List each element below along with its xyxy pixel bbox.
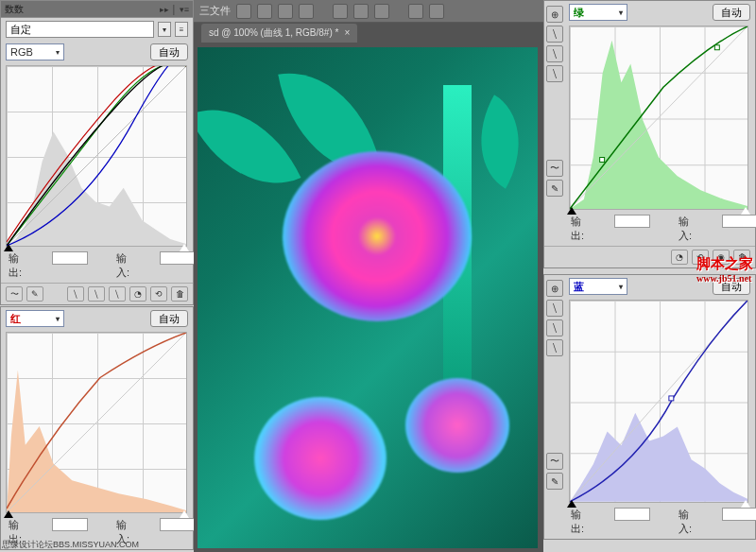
panel-menu-icon[interactable]: ▸▸ │ ▾≡	[160, 5, 189, 14]
preset-input[interactable]	[6, 21, 154, 38]
pencil-tool-icon[interactable]: ✎	[26, 286, 43, 302]
channel-select[interactable]: RGB▾	[6, 43, 64, 60]
align-icon[interactable]	[299, 4, 314, 19]
reset-icon[interactable]: ⟲	[150, 286, 167, 302]
eyedropper-icon[interactable]: ⧹	[546, 26, 563, 43]
svg-rect-6	[669, 396, 674, 401]
eyedropper-icon[interactable]: ⧹	[546, 300, 563, 317]
auto-button[interactable]: 自动	[150, 310, 188, 327]
input-field[interactable]	[722, 215, 756, 228]
curves-panel-blue: 蓝▾ 自动 ⊕ ⧹ ⧹ ⧹ 〜 ✎ 输出: 输入:	[543, 274, 756, 540]
footer-watermark: 思缘设计论坛BBS.MISSYUAN.COM	[2, 539, 139, 551]
svg-rect-4	[714, 45, 719, 50]
curves-panel-green: 绿▾ 自动 ⊕ ⧹ ⧹ ⧹ 〜 ✎ 输出: 输入:	[543, 0, 756, 268]
panel-tools-row: 〜 ✎ ⧹ ⧹ ⧹ ◔ ⟲ 🗑	[1, 283, 193, 304]
clip-icon[interactable]: ◔	[129, 286, 146, 302]
input-field[interactable]	[160, 251, 196, 265]
side-tools-left: 〜 ✎	[0, 336, 1, 378]
document-tab[interactable]: sd @ 100% (曲线 1, RGB/8#) *×	[201, 24, 357, 43]
left-panel-column: 数数 ▸▸ │ ▾≡ ▾ ≡ RGB▾ 自动 输出: 输入:	[0, 0, 194, 552]
panel-title: 数数	[5, 3, 24, 16]
output-field[interactable]	[52, 518, 88, 531]
output-label: 输出:	[571, 508, 584, 536]
curve-graph-green[interactable]	[569, 26, 748, 210]
curve-graph-red[interactable]	[6, 332, 187, 513]
side-tools-right: ⊕ ⧹ ⧹ ⧹	[546, 3, 565, 85]
canvas-image[interactable]	[198, 47, 538, 548]
options-toolbar: 三文件	[194, 0, 543, 23]
svg-rect-3	[600, 158, 605, 163]
align-icon[interactable]	[257, 4, 272, 19]
watermark: 脚本之家 www.jb51.net	[696, 255, 753, 284]
distribute-icon[interactable]	[374, 4, 389, 19]
target-adjust-icon[interactable]: ⊕	[546, 6, 563, 23]
panel-header[interactable]: 数数 ▸▸ │ ▾≡	[1, 1, 193, 18]
curve-graph-blue[interactable]	[569, 300, 748, 503]
input-label: 输入:	[679, 215, 692, 243]
channel-select[interactable]: 蓝▾	[569, 278, 627, 295]
output-field[interactable]	[614, 215, 650, 228]
clip-icon[interactable]: ◔	[671, 250, 688, 265]
svg-line-2	[570, 26, 747, 209]
eyedropper-icon[interactable]: ⧹	[546, 339, 563, 356]
distribute-icon[interactable]	[333, 4, 348, 19]
svg-line-1	[7, 333, 186, 512]
toolbar-label: 三文件	[199, 4, 231, 18]
pencil-tool-icon[interactable]: ✎	[546, 473, 563, 490]
svg-line-0	[7, 66, 186, 246]
target-adjust-icon[interactable]: ⊕	[546, 280, 563, 297]
input-label: 输入:	[679, 508, 692, 536]
output-label: 输出:	[9, 251, 22, 280]
eyedropper-icon[interactable]: ⧹	[546, 319, 563, 336]
output-field[interactable]	[614, 508, 650, 521]
auto-button[interactable]: 自动	[713, 4, 750, 21]
output-field[interactable]	[52, 251, 88, 265]
close-icon[interactable]: ×	[344, 27, 350, 38]
right-panel-column: 绿▾ 自动 ⊕ ⧹ ⧹ ⧹ 〜 ✎ 输出: 输入:	[543, 0, 756, 552]
curve-tool-icon[interactable]: 〜	[6, 286, 23, 302]
eyedropper-icon[interactable]: ⧹	[546, 65, 563, 82]
curve-tool-icon[interactable]: 〜	[546, 453, 563, 470]
curves-panel-rgb: 数数 ▸▸ │ ▾≡ ▾ ≡ RGB▾ 自动 输出: 输入:	[0, 0, 194, 305]
channel-select[interactable]: 红▾	[6, 310, 64, 327]
input-field[interactable]	[160, 518, 196, 531]
channel-select[interactable]: 绿▾	[569, 4, 627, 21]
document-tab-bar: sd @ 100% (曲线 1, RGB/8#) *×	[194, 23, 543, 43]
curve-graph-rgb[interactable]	[6, 65, 187, 247]
eyedropper-icon[interactable]: ⧹	[546, 45, 563, 62]
output-label: 输出:	[571, 215, 584, 243]
black-eyedropper-icon[interactable]: ⧹	[67, 286, 84, 302]
preset-dropdown-icon[interactable]: ▾	[158, 22, 171, 37]
white-eyedropper-icon[interactable]: ⧹	[109, 286, 126, 302]
input-field[interactable]	[722, 508, 756, 521]
document-area: 三文件 sd @ 100% (曲线 1, RGB/8#) *×	[194, 0, 543, 552]
distribute-icon[interactable]	[353, 4, 369, 19]
curve-tool-icon[interactable]: 〜	[546, 160, 563, 177]
distribute-icon[interactable]	[429, 4, 444, 19]
curves-panel-red: 红▾ 自动 输出: 输入: 〜 ✎	[0, 306, 194, 550]
align-icon[interactable]	[278, 4, 293, 19]
distribute-icon[interactable]	[408, 4, 423, 19]
align-icon[interactable]	[236, 4, 251, 19]
pencil-tool-icon[interactable]: ✎	[546, 180, 563, 197]
auto-button[interactable]: 自动	[150, 43, 188, 60]
preset-menu-icon[interactable]: ≡	[175, 22, 188, 37]
trash-icon[interactable]: 🗑	[171, 286, 188, 302]
input-label: 输入:	[116, 251, 129, 280]
gray-eyedropper-icon[interactable]: ⧹	[88, 286, 105, 302]
